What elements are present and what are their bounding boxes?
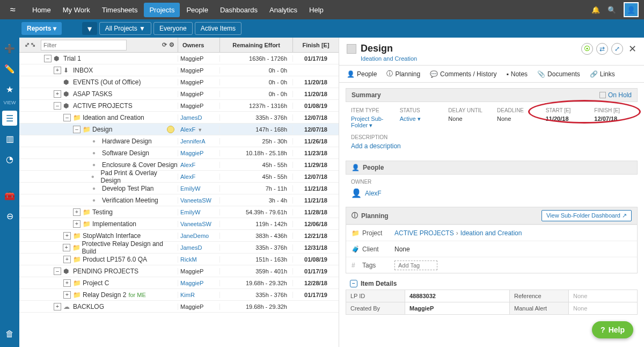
tree-row[interactable]: +📁Product LP157 6.0 QARickM151h - 163h01…: [19, 254, 339, 265]
pill-active-items[interactable]: Active Items: [195, 22, 241, 35]
app-logo[interactable]: ≈: [5, 2, 20, 17]
edit-icon[interactable]: ✏️: [2, 61, 17, 76]
tree-row[interactable]: +📁Project CMaggieP19.68h - 29.32h12/28/1…: [19, 277, 339, 289]
nav-my-work[interactable]: My Work: [57, 3, 96, 17]
tree-toggle[interactable]: –: [54, 268, 61, 275]
detail-title: Design: [361, 43, 417, 54]
gear-icon[interactable]: ⚙: [169, 41, 174, 48]
collapse-icon[interactable]: ⊖: [2, 208, 17, 223]
tree-toggle[interactable]: –: [54, 102, 61, 110]
tree-toggle[interactable]: –: [73, 126, 80, 133]
timeline-view-icon[interactable]: ◔: [2, 151, 17, 167]
nav-projects[interactable]: Projects: [144, 3, 180, 17]
tab-links[interactable]: 🔗Links: [590, 70, 615, 78]
add-icon[interactable]: ➕: [2, 41, 17, 56]
tree-row[interactable]: –📁Ideation and CreationJamesD335h - 376h…: [19, 112, 339, 124]
attachment-icon: 📎: [537, 70, 545, 78]
tree-row[interactable]: ●Verification MeetingVaneetaSW3h - 4h11/…: [19, 194, 339, 206]
briefcase-icon[interactable]: 🧰: [2, 188, 17, 203]
nav-home[interactable]: Home: [27, 3, 56, 17]
tree-row[interactable]: +📁Relay Design 2for MEKimR335h - 376h01/…: [19, 289, 339, 301]
nav-help[interactable]: Help: [304, 3, 329, 17]
col-remaining-effort[interactable]: Remaining Effort: [219, 38, 292, 52]
tree-row[interactable]: +☁BACKLOGMaggieP19.68h - 29.32h: [19, 301, 339, 313]
item-details-table: LP ID 48883032 Reference None Created By…: [346, 290, 638, 315]
filter-icon[interactable]: ▾: [82, 22, 97, 35]
reports-button[interactable]: Reports ▾: [21, 22, 62, 35]
refresh-icon[interactable]: ⟳: [162, 41, 167, 48]
collapse-details-icon[interactable]: −: [350, 280, 357, 287]
tab-documents[interactable]: 📎Documents: [537, 70, 580, 78]
tree-row[interactable]: ●Pad Print & Overlay DesignAlexF45h - 55…: [19, 171, 339, 183]
tree-row[interactable]: –⬢Trial 1MaggieP1636h - 1726h01/17/19: [19, 53, 339, 64]
tree-row[interactable]: ●Develop Test PlanEmilyW7h - 11h11/21/18: [19, 183, 339, 194]
folder-icon: 📁: [352, 229, 362, 237]
top-nav: ≈ HomeMy WorkTimesheetsProjectsPeopleDas…: [0, 0, 644, 19]
nav-analytics[interactable]: Analytics: [264, 3, 303, 17]
item-type-value[interactable]: Project Sub-Folder ▾: [351, 115, 389, 129]
user-avatar[interactable]: 👤: [624, 2, 639, 17]
help-button[interactable]: ? Help: [592, 321, 633, 338]
tree-toggle[interactable]: +: [63, 279, 71, 287]
tree-row[interactable]: +📁TestingEmilyW54.39h - 79.61h11/28/18: [19, 206, 339, 218]
tree-toggle[interactable]: +: [54, 90, 61, 98]
tree-row[interactable]: –⬢PENDING PROJECTSMaggieP359h - 401h01/1…: [19, 265, 339, 277]
search-icon[interactable]: 🔍: [608, 6, 616, 14]
breadcrumb[interactable]: Ideation and Creation: [361, 55, 417, 62]
expand-icon[interactable]: ⤢: [25, 41, 30, 48]
tab-people[interactable]: 👤People: [347, 70, 377, 78]
on-hold-label: On Hold: [608, 91, 632, 99]
tab-notes[interactable]: ▪Notes: [506, 70, 528, 78]
nav-people[interactable]: People: [181, 3, 213, 17]
finish-value: 12/07/18: [594, 115, 632, 122]
collapse-tree-icon[interactable]: ⤡: [31, 41, 35, 48]
share-icon[interactable]: ⇄: [596, 43, 608, 55]
tab-comments[interactable]: 💬Comments / History: [430, 70, 496, 78]
tree-toggle[interactable]: +: [73, 220, 80, 228]
tree-row[interactable]: ●Software DesignMaggieP10.18h - 25.18h11…: [19, 147, 339, 159]
expand-detail-icon[interactable]: ⤢: [611, 43, 623, 55]
grid-body: –⬢Trial 1MaggieP1636h - 1726h01/17/19+⬇I…: [19, 53, 339, 347]
tree-toggle[interactable]: +: [63, 291, 71, 299]
close-icon[interactable]: ✕: [628, 43, 636, 55]
trash-icon[interactable]: 🗑: [2, 327, 17, 342]
tree-row[interactable]: –⬢ACTIVE PROJECTSMaggieP1237h - 1316h01/…: [19, 100, 339, 112]
pill-all-projects[interactable]: All Projects ▼: [99, 22, 151, 35]
tree-toggle[interactable]: +: [63, 256, 71, 263]
tree-row[interactable]: +📁Protective Relay Design and BuildJames…: [19, 242, 339, 254]
tree-row[interactable]: –📁DesignAlexF▼147h - 168h12/07/18: [19, 124, 339, 135]
tree-toggle[interactable]: +: [54, 67, 61, 74]
tree-toggle[interactable]: +: [63, 244, 70, 251]
nav-dashboards[interactable]: Dashboards: [215, 3, 263, 17]
board-view-icon[interactable]: ▥: [2, 131, 17, 146]
status-badge: [167, 126, 174, 133]
rss-icon[interactable]: ⦿: [581, 43, 593, 55]
tree-toggle[interactable]: –: [44, 55, 52, 62]
view-dashboard-button[interactable]: View Sub-Folder Dashboard ↗: [541, 210, 632, 221]
owner-item[interactable]: 👤 AlexF: [351, 188, 632, 198]
pill-everyone[interactable]: Everyone: [153, 22, 193, 35]
project-path[interactable]: ACTIVE PROJECTS›Ideation and Creation: [394, 229, 632, 237]
favorite-icon[interactable]: ★: [2, 82, 17, 97]
tree-toggle[interactable]: +: [73, 208, 80, 216]
tab-planning[interactable]: ⓘPlanning: [386, 69, 420, 78]
tree-row[interactable]: +⬇INBOXMaggieP0h - 0h: [19, 64, 339, 76]
col-owners[interactable]: Owners: [178, 38, 219, 52]
col-finish[interactable]: Finish [E]: [292, 38, 339, 52]
tree-toggle[interactable]: +: [54, 303, 61, 310]
tree-row[interactable]: +⬢ASAP TASKSMaggieP0h - 0h11/20/18: [19, 88, 339, 100]
detail-pane: Design Ideation and Creation ⦿ ⇄ ⤢ ✕ 👤Pe…: [339, 38, 644, 347]
nav-timesheets[interactable]: Timesheets: [97, 3, 143, 17]
bell-icon[interactable]: 🔔: [591, 6, 600, 14]
tree-toggle[interactable]: +: [63, 232, 71, 240]
status-value[interactable]: Active ▾: [400, 115, 438, 122]
tree-row[interactable]: +📁ImplementationVaneetaSW119h - 142h12/0…: [19, 218, 339, 230]
tree-row[interactable]: ●Hardware DesignJenniferA25h - 30h11/26/…: [19, 135, 339, 147]
tree-row[interactable]: ⬢EVENTS (Out of Office)MaggieP0h - 0h11/…: [19, 76, 339, 88]
filter-input[interactable]: [41, 40, 127, 50]
tree-toggle[interactable]: –: [63, 114, 71, 121]
list-view-icon[interactable]: ☰: [2, 111, 17, 126]
add-description-link[interactable]: Add a description: [351, 142, 632, 150]
on-hold-checkbox[interactable]: [599, 92, 606, 98]
add-tag-input[interactable]: [394, 261, 437, 270]
